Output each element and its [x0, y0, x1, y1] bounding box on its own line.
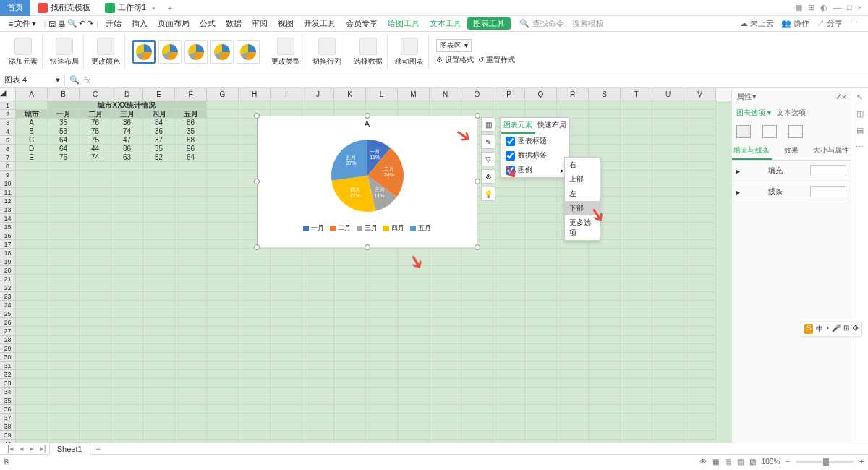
chart-tips-button[interactable]: 💡	[481, 187, 495, 201]
cell[interactable]	[589, 101, 621, 110]
cell[interactable]	[16, 188, 48, 197]
cell[interactable]	[175, 379, 207, 388]
cell[interactable]	[143, 431, 175, 440]
rail-layers-icon[interactable]: ▤	[856, 126, 864, 135]
cell[interactable]	[684, 205, 716, 214]
cell[interactable]	[461, 422, 493, 431]
cell[interactable]	[525, 205, 557, 214]
cell[interactable]	[525, 197, 557, 205]
chart-styles-button[interactable]: ✎	[481, 134, 495, 149]
cell[interactable]	[143, 336, 175, 344]
row-header[interactable]: 22	[0, 283, 16, 292]
cell[interactable]	[366, 440, 398, 443]
cell[interactable]	[493, 179, 525, 188]
cell[interactable]	[493, 214, 525, 223]
cell[interactable]	[430, 344, 461, 353]
cell[interactable]: 64	[48, 145, 80, 153]
cell[interactable]	[652, 162, 684, 171]
cell[interactable]	[366, 266, 398, 275]
col-header[interactable]: D	[111, 88, 143, 101]
cell[interactable]	[302, 440, 334, 443]
cell[interactable]	[366, 388, 398, 396]
command-search[interactable]: 🔍 查找命令、搜索模板	[519, 18, 604, 29]
cell[interactable]	[143, 205, 175, 214]
cell[interactable]	[493, 275, 525, 283]
cell[interactable]	[652, 119, 684, 127]
cloud-status[interactable]: ☁ 未上云	[740, 18, 774, 29]
cell[interactable]	[302, 422, 334, 431]
row-header[interactable]: 39	[0, 431, 16, 440]
cell[interactable]	[271, 422, 302, 431]
cell[interactable]	[334, 336, 366, 344]
cell[interactable]	[80, 396, 111, 405]
cell[interactable]	[334, 283, 366, 292]
cell[interactable]	[684, 283, 716, 292]
cell[interactable]	[398, 318, 430, 327]
cell[interactable]	[398, 309, 430, 318]
tab-home[interactable]: 首页	[0, 0, 30, 16]
cell[interactable]	[334, 422, 366, 431]
cell[interactable]	[48, 171, 80, 179]
cell[interactable]	[80, 344, 111, 353]
cell[interactable]	[461, 275, 493, 283]
cell[interactable]	[143, 422, 175, 431]
cell[interactable]	[493, 431, 525, 440]
cell[interactable]: 35	[175, 127, 207, 136]
cell[interactable]	[652, 414, 684, 422]
cell[interactable]	[111, 388, 143, 396]
cell[interactable]	[175, 231, 207, 240]
cell[interactable]	[48, 249, 80, 257]
col-header[interactable]: N	[430, 88, 461, 101]
share-button[interactable]: ↗ 分享	[817, 18, 843, 29]
cell[interactable]	[684, 162, 716, 171]
cell[interactable]	[430, 379, 461, 388]
chart-area-dropdown[interactable]: 图表区 ▾	[436, 39, 472, 52]
cell[interactable]	[652, 153, 684, 162]
cell[interactable]	[557, 405, 589, 414]
cell[interactable]	[239, 336, 271, 344]
cell[interactable]	[430, 362, 461, 370]
cell[interactable]	[111, 292, 143, 301]
cell[interactable]	[684, 327, 716, 336]
cell[interactable]	[80, 379, 111, 388]
cell[interactable]	[207, 336, 239, 344]
cell[interactable]	[621, 318, 652, 327]
cell[interactable]	[525, 440, 557, 443]
cell[interactable]	[621, 283, 652, 292]
cell[interactable]	[684, 136, 716, 145]
cell[interactable]	[652, 396, 684, 405]
cell[interactable]	[430, 275, 461, 283]
cell[interactable]	[366, 275, 398, 283]
cell[interactable]	[143, 362, 175, 370]
cell[interactable]	[80, 188, 111, 197]
cell[interactable]	[175, 405, 207, 414]
cell[interactable]	[143, 327, 175, 336]
cell[interactable]	[398, 396, 430, 405]
legend-pos-left[interactable]: 左	[565, 187, 600, 201]
cell[interactable]	[461, 283, 493, 292]
cell[interactable]	[48, 422, 80, 431]
cell[interactable]	[621, 292, 652, 301]
cell[interactable]	[271, 414, 302, 422]
col-header[interactable]: S	[589, 88, 621, 101]
cell[interactable]	[557, 240, 589, 249]
panel-close-icon[interactable]: ×	[842, 93, 846, 101]
cell[interactable]	[111, 197, 143, 205]
cell[interactable]	[111, 353, 143, 362]
cell[interactable]	[684, 301, 716, 309]
cell[interactable]	[143, 292, 175, 301]
cell[interactable]	[398, 388, 430, 396]
cell[interactable]	[239, 318, 271, 327]
cell[interactable]	[16, 440, 48, 443]
cell[interactable]	[493, 353, 525, 362]
ribbon-add-element[interactable]: 添加元素	[4, 34, 43, 70]
cell[interactable]	[557, 257, 589, 266]
cell[interactable]	[366, 396, 398, 405]
cell[interactable]	[493, 188, 525, 197]
chart-style-5[interactable]	[237, 40, 260, 64]
cell[interactable]	[461, 396, 493, 405]
ime-indicator[interactable]: S中•🎤⊞⚙	[801, 322, 862, 336]
cell[interactable]	[366, 370, 398, 379]
cell[interactable]	[684, 127, 716, 136]
cell[interactable]	[684, 344, 716, 353]
